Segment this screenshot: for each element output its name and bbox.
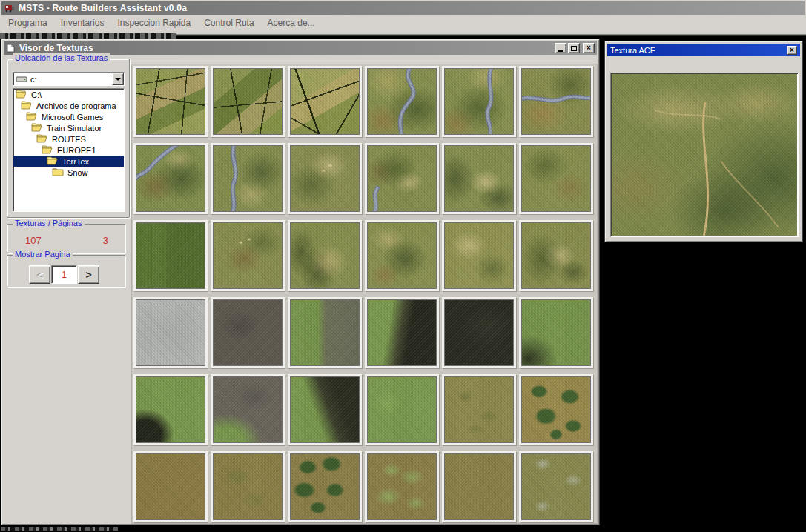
texture-crop-field-image (136, 223, 205, 288)
texture-fields-b-image (214, 69, 282, 134)
texture-river-b[interactable] (442, 66, 516, 137)
minimize-button[interactable] (555, 43, 566, 53)
minimize-icon (558, 50, 563, 52)
texture-gravel-grass-corner-image (214, 377, 282, 442)
texture-scrub-sparse[interactable] (442, 374, 516, 445)
texture-river-a[interactable] (365, 66, 439, 137)
folder-open-icon (47, 156, 59, 167)
texture-fields-c[interactable] (288, 66, 362, 137)
texture-village-b-image (445, 146, 513, 211)
texture-grass-gravel-edge[interactable] (288, 297, 362, 368)
document-icon (6, 44, 16, 53)
texture-village-b[interactable] (442, 143, 516, 214)
texture-fields-b[interactable] (211, 66, 285, 137)
tree-item-label: Train Simulator (45, 124, 103, 133)
texture-earth-plain-image (445, 454, 513, 519)
texture-terrain-b[interactable] (442, 220, 516, 291)
tree-item-terrtex[interactable]: TerrTex (13, 156, 124, 167)
texture-fields-a[interactable] (133, 66, 208, 137)
texture-earth-plain[interactable] (442, 451, 516, 522)
texture-river-d[interactable] (133, 143, 208, 214)
texture-grass[interactable] (365, 374, 439, 445)
texture-village-c[interactable] (211, 220, 285, 291)
texture-earth-scrub-a-image (214, 454, 282, 519)
texture-grass-dark-edge-b[interactable] (288, 374, 362, 445)
tree-item-label: ROUTES (50, 135, 87, 144)
close-button[interactable]: × (583, 43, 595, 53)
texture-scrub-bushes-b-image (291, 454, 359, 519)
menu-item-acerca-de[interactable]: Acerca de... (261, 16, 322, 30)
drive-combo-dropdown-button[interactable] (112, 73, 124, 85)
texture-village-f[interactable] (519, 220, 593, 291)
texture-earth-rocky[interactable] (519, 451, 593, 522)
texture-grass-dark-edge-a-image (368, 300, 436, 365)
texture-grass-dark-edge-b-image (291, 377, 359, 442)
texture-river-e-image (214, 146, 282, 211)
texture-village-e[interactable] (365, 220, 439, 291)
texture-preview (610, 73, 799, 237)
texture-gravel-grass-corner[interactable] (211, 374, 285, 445)
folder-closed-icon (52, 167, 64, 178)
tree-item-europe1[interactable]: EUROPE1 (13, 144, 124, 156)
tree-item-microsoft-games[interactable]: Microsoft Games (13, 111, 124, 122)
tree-item-label: EUROPE1 (56, 146, 98, 155)
textura-ace-close-button[interactable]: × (787, 46, 797, 55)
texture-grass-dark-patch-a[interactable] (519, 297, 593, 368)
page-number-field[interactable]: 1 (51, 265, 77, 284)
texture-river-b-image (445, 69, 513, 134)
menu-item-inspeccion-rapida[interactable]: Inspeccion Rapida (110, 16, 197, 30)
texture-river-c[interactable] (519, 66, 593, 137)
texture-terrain-a-image (522, 146, 590, 211)
desktop: MSTS - Route Builders Assistant v0.0a Pr… (0, 0, 806, 532)
textura-ace-window: Textura ACE × (604, 41, 803, 242)
texture-dark-rock[interactable] (442, 297, 516, 368)
texture-bare-earth[interactable] (133, 451, 208, 522)
texture-village-d[interactable] (288, 220, 362, 291)
next-page-button[interactable]: > (78, 265, 99, 284)
previous-page-button[interactable]: < (29, 265, 50, 284)
texture-terrain-b-image (445, 223, 513, 288)
texture-river-e[interactable] (211, 143, 285, 214)
texture-gravel-light[interactable] (133, 297, 208, 368)
tree-item-label: Archivos de programa (35, 102, 118, 110)
texture-grass-dark-patch-b[interactable] (133, 374, 208, 445)
visor-window: Visor de Texturas × Ubicación de las Tex… (1, 39, 600, 525)
tree-item-c[interactable]: C:\ (13, 89, 124, 100)
texture-grass-dark-edge-a[interactable] (365, 297, 439, 368)
texture-village-c-image (214, 223, 282, 288)
texture-scrub-bushes-a[interactable] (519, 374, 593, 445)
drive-combobox[interactable]: c: (13, 72, 125, 86)
texture-gravel-dark[interactable] (211, 297, 285, 368)
drive-combo-field: c: (13, 73, 112, 85)
texture-scrub-bushes-b[interactable] (288, 451, 362, 522)
texture-grass-image (368, 377, 436, 442)
background-window-fragment (0, 33, 176, 39)
visor-title: Visor de Texturas (19, 43, 553, 53)
pager-group-label: Mostrar Pagina (13, 250, 73, 259)
texture-fields-a-image (136, 69, 205, 134)
texture-earth-scrub-a[interactable] (211, 451, 285, 522)
texture-fields-c-image (291, 69, 359, 134)
texture-river-c-image (522, 69, 590, 134)
texture-village-a[interactable] (288, 143, 362, 214)
menu-item-programa[interactable]: Programa (1, 16, 54, 30)
tree-item-label: Microsoft Games (40, 113, 105, 122)
menu-item-inventarios[interactable]: Inventarios (54, 16, 111, 30)
app-window: MSTS - Route Builders Assistant v0.0a Pr… (0, 0, 806, 34)
tree-item-train-simulator[interactable]: Train Simulator (13, 122, 124, 133)
close-icon: × (790, 47, 794, 54)
menu-item-control-ruta[interactable]: Control Ruta (197, 16, 260, 30)
texture-crop-field[interactable] (133, 220, 208, 291)
tree-item-snow[interactable]: Snow (13, 167, 124, 178)
texture-river-d-image (136, 146, 205, 211)
texture-earth-light-scrub[interactable] (365, 451, 439, 522)
tree-item-routes[interactable]: ROUTES (13, 133, 124, 144)
folder-tree: C:\Archivos de programaMicrosoft GamesTr… (13, 88, 125, 212)
texture-bare-earth-image (136, 454, 205, 519)
texture-terrain-a[interactable] (519, 143, 593, 214)
tree-item-archivos-de-programa[interactable]: Archivos de programa (13, 100, 124, 111)
counts-groupbox: Texturas / Páginas 107 3 (7, 224, 125, 253)
texture-river-f[interactable] (365, 143, 439, 214)
maximize-button[interactable] (568, 43, 580, 53)
texture-gravel-dark-image (214, 300, 282, 365)
